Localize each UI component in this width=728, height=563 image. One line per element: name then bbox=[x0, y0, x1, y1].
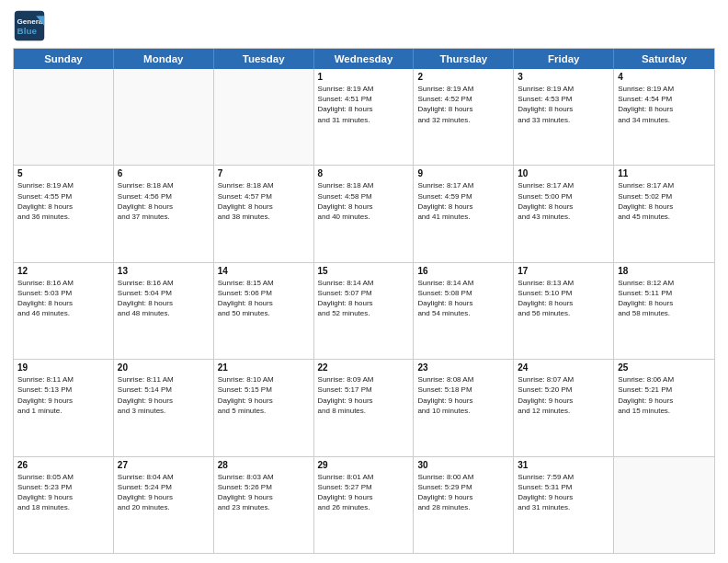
calendar-body: 1Sunrise: 8:19 AMSunset: 4:51 PMDaylight… bbox=[14, 69, 714, 553]
cell-info: Sunrise: 8:11 AMSunset: 5:14 PMDaylight:… bbox=[118, 374, 210, 416]
calendar-cell: 19Sunrise: 8:11 AMSunset: 5:13 PMDayligh… bbox=[14, 360, 114, 455]
day-number: 26 bbox=[17, 460, 109, 470]
calendar-cell: 18Sunrise: 8:12 AMSunset: 5:11 PMDayligh… bbox=[614, 263, 714, 359]
calendar: SundayMondayTuesdayWednesdayThursdayFrid… bbox=[13, 48, 715, 554]
cell-info: Sunrise: 8:08 AMSunset: 5:18 PMDaylight:… bbox=[417, 374, 509, 416]
calendar-header-cell: Wednesday bbox=[314, 49, 415, 69]
cell-info: Sunrise: 8:18 AMSunset: 4:57 PMDaylight:… bbox=[218, 180, 310, 222]
cell-info: Sunrise: 8:04 AMSunset: 5:24 PMDaylight:… bbox=[118, 472, 210, 513]
calendar-cell: 9Sunrise: 8:17 AMSunset: 4:59 PMDaylight… bbox=[414, 166, 514, 261]
calendar-week: 1Sunrise: 8:19 AMSunset: 4:51 PMDaylight… bbox=[14, 69, 714, 165]
calendar-cell: 4Sunrise: 8:19 AMSunset: 4:54 PMDaylight… bbox=[614, 69, 714, 165]
day-number: 27 bbox=[118, 460, 210, 470]
calendar-week: 12Sunrise: 8:16 AMSunset: 5:03 PMDayligh… bbox=[14, 262, 714, 359]
cell-info: Sunrise: 8:06 AMSunset: 5:21 PMDaylight:… bbox=[618, 374, 711, 416]
cell-info: Sunrise: 8:03 AMSunset: 5:26 PMDaylight:… bbox=[218, 472, 310, 513]
day-number: 24 bbox=[518, 362, 609, 373]
calendar-week: 19Sunrise: 8:11 AMSunset: 5:13 PMDayligh… bbox=[14, 359, 714, 455]
day-number: 20 bbox=[118, 362, 210, 373]
logo: General Blue bbox=[13, 9, 46, 42]
cell-info: Sunrise: 8:12 AMSunset: 5:11 PMDaylight:… bbox=[618, 278, 711, 319]
calendar-header-cell: Tuesday bbox=[214, 49, 314, 69]
day-number: 3 bbox=[518, 72, 609, 82]
logo-icon: General Blue bbox=[13, 9, 46, 42]
day-number: 11 bbox=[618, 168, 711, 178]
day-number: 25 bbox=[618, 362, 711, 373]
cell-info: Sunrise: 8:17 AMSunset: 5:02 PMDaylight:… bbox=[618, 180, 711, 222]
cell-info: Sunrise: 8:18 AMSunset: 4:56 PMDaylight:… bbox=[118, 180, 210, 222]
day-number: 28 bbox=[218, 460, 310, 470]
calendar-cell: 26Sunrise: 8:05 AMSunset: 5:23 PMDayligh… bbox=[14, 457, 114, 553]
calendar-cell: 22Sunrise: 8:09 AMSunset: 5:17 PMDayligh… bbox=[314, 360, 415, 455]
calendar-cell: 5Sunrise: 8:19 AMSunset: 4:55 PMDaylight… bbox=[14, 166, 114, 261]
calendar-cell: 6Sunrise: 8:18 AMSunset: 4:56 PMDaylight… bbox=[114, 166, 214, 261]
calendar-cell: 20Sunrise: 8:11 AMSunset: 5:14 PMDayligh… bbox=[114, 360, 214, 455]
calendar-cell bbox=[214, 69, 314, 165]
cell-info: Sunrise: 8:13 AMSunset: 5:10 PMDaylight:… bbox=[518, 278, 609, 319]
page: General Blue SundayMondayTuesdayWednesda… bbox=[0, 0, 728, 563]
day-number: 4 bbox=[618, 72, 711, 82]
calendar-week: 5Sunrise: 8:19 AMSunset: 4:55 PMDaylight… bbox=[14, 165, 714, 261]
cell-info: Sunrise: 8:14 AMSunset: 5:07 PMDaylight:… bbox=[318, 278, 410, 319]
cell-info: Sunrise: 8:16 AMSunset: 5:04 PMDaylight:… bbox=[118, 278, 210, 319]
calendar-week: 26Sunrise: 8:05 AMSunset: 5:23 PMDayligh… bbox=[14, 456, 714, 553]
cell-info: Sunrise: 8:16 AMSunset: 5:03 PMDaylight:… bbox=[17, 278, 109, 319]
calendar-cell: 31Sunrise: 7:59 AMSunset: 5:31 PMDayligh… bbox=[514, 457, 614, 553]
cell-info: Sunrise: 8:19 AMSunset: 4:52 PMDaylight:… bbox=[417, 84, 509, 125]
day-number: 9 bbox=[417, 168, 509, 178]
day-number: 8 bbox=[318, 168, 410, 178]
calendar-cell: 14Sunrise: 8:15 AMSunset: 5:06 PMDayligh… bbox=[214, 263, 314, 359]
calendar-cell: 12Sunrise: 8:16 AMSunset: 5:03 PMDayligh… bbox=[14, 263, 114, 359]
cell-info: Sunrise: 8:17 AMSunset: 4:59 PMDaylight:… bbox=[417, 180, 509, 222]
calendar-cell: 7Sunrise: 8:18 AMSunset: 4:57 PMDaylight… bbox=[214, 166, 314, 261]
cell-info: Sunrise: 8:19 AMSunset: 4:54 PMDaylight:… bbox=[618, 84, 711, 125]
calendar-cell: 30Sunrise: 8:00 AMSunset: 5:29 PMDayligh… bbox=[414, 457, 514, 553]
calendar-cell bbox=[114, 69, 214, 165]
day-number: 1 bbox=[318, 72, 410, 82]
day-number: 21 bbox=[218, 362, 310, 373]
cell-info: Sunrise: 8:07 AMSunset: 5:20 PMDaylight:… bbox=[518, 374, 609, 416]
day-number: 7 bbox=[218, 168, 310, 178]
day-number: 18 bbox=[618, 266, 711, 276]
day-number: 15 bbox=[318, 266, 410, 276]
day-number: 23 bbox=[417, 362, 509, 373]
day-number: 31 bbox=[518, 460, 609, 470]
cell-info: Sunrise: 8:05 AMSunset: 5:23 PMDaylight:… bbox=[17, 472, 109, 513]
calendar-cell: 13Sunrise: 8:16 AMSunset: 5:04 PMDayligh… bbox=[114, 263, 214, 359]
calendar-header-cell: Sunday bbox=[14, 49, 114, 69]
day-number: 10 bbox=[518, 168, 609, 178]
cell-info: Sunrise: 8:17 AMSunset: 5:00 PMDaylight:… bbox=[518, 180, 609, 222]
calendar-header-cell: Friday bbox=[514, 49, 614, 69]
cell-info: Sunrise: 8:19 AMSunset: 4:55 PMDaylight:… bbox=[17, 180, 109, 222]
calendar-cell: 2Sunrise: 8:19 AMSunset: 4:52 PMDaylight… bbox=[414, 69, 514, 165]
day-number: 19 bbox=[17, 362, 109, 373]
calendar-cell: 10Sunrise: 8:17 AMSunset: 5:00 PMDayligh… bbox=[514, 166, 614, 261]
day-number: 6 bbox=[118, 168, 210, 178]
cell-info: Sunrise: 8:01 AMSunset: 5:27 PMDaylight:… bbox=[318, 472, 410, 513]
day-number: 5 bbox=[17, 168, 109, 178]
calendar-cell bbox=[614, 457, 714, 553]
calendar-header-row: SundayMondayTuesdayWednesdayThursdayFrid… bbox=[14, 49, 714, 69]
cell-info: Sunrise: 7:59 AMSunset: 5:31 PMDaylight:… bbox=[518, 472, 609, 513]
cell-info: Sunrise: 8:11 AMSunset: 5:13 PMDaylight:… bbox=[17, 374, 109, 416]
cell-info: Sunrise: 8:18 AMSunset: 4:58 PMDaylight:… bbox=[318, 180, 410, 222]
calendar-cell: 3Sunrise: 8:19 AMSunset: 4:53 PMDaylight… bbox=[514, 69, 614, 165]
calendar-cell: 17Sunrise: 8:13 AMSunset: 5:10 PMDayligh… bbox=[514, 263, 614, 359]
day-number: 30 bbox=[417, 460, 509, 470]
day-number: 22 bbox=[318, 362, 410, 373]
day-number: 29 bbox=[318, 460, 410, 470]
day-number: 16 bbox=[417, 266, 509, 276]
calendar-cell: 11Sunrise: 8:17 AMSunset: 5:02 PMDayligh… bbox=[614, 166, 714, 261]
calendar-header-cell: Saturday bbox=[614, 49, 714, 69]
cell-info: Sunrise: 8:14 AMSunset: 5:08 PMDaylight:… bbox=[417, 278, 509, 319]
cell-info: Sunrise: 8:19 AMSunset: 4:53 PMDaylight:… bbox=[518, 84, 609, 125]
day-number: 12 bbox=[17, 266, 109, 276]
day-number: 13 bbox=[118, 266, 210, 276]
day-number: 17 bbox=[518, 266, 609, 276]
calendar-cell: 8Sunrise: 8:18 AMSunset: 4:58 PMDaylight… bbox=[314, 166, 415, 261]
calendar-cell: 16Sunrise: 8:14 AMSunset: 5:08 PMDayligh… bbox=[414, 263, 514, 359]
calendar-cell: 25Sunrise: 8:06 AMSunset: 5:21 PMDayligh… bbox=[614, 360, 714, 455]
calendar-header-cell: Thursday bbox=[414, 49, 514, 69]
cell-info: Sunrise: 8:00 AMSunset: 5:29 PMDaylight:… bbox=[417, 472, 509, 513]
calendar-cell bbox=[14, 69, 114, 165]
